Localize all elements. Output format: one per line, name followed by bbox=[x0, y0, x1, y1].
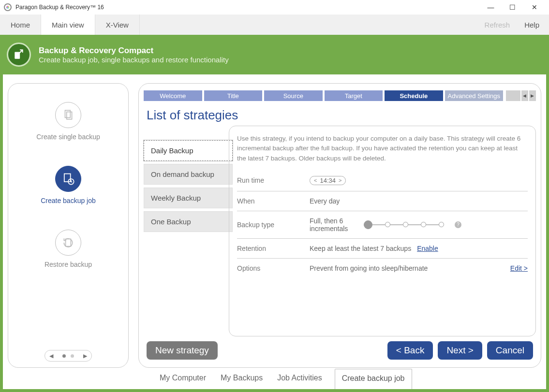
wizard-steps: Welcome Title Source Target Schedule Adv… bbox=[144, 90, 536, 101]
back-button[interactable]: < Back bbox=[387, 341, 433, 360]
main-panel: Welcome Title Source Target Schedule Adv… bbox=[138, 83, 541, 368]
banner-title: Backup & Recovery Compact bbox=[39, 46, 229, 56]
options-label: Options bbox=[237, 264, 310, 272]
retention-enable-link[interactable]: Enable bbox=[417, 245, 438, 252]
cancel-button[interactable]: Cancel bbox=[487, 341, 533, 360]
pager-next-button[interactable]: ▶ bbox=[79, 353, 91, 359]
bottom-tab-job-activities[interactable]: Job Activities bbox=[275, 369, 324, 389]
options-value: Prevent from going into sleep/hibernate bbox=[310, 264, 428, 272]
strategy-detail: Use this strategy, if you intend to back… bbox=[229, 126, 536, 336]
bottom-tabs: My Computer My Backups Job Activities Cr… bbox=[8, 368, 541, 389]
sidebar-item-label: Restore backup bbox=[45, 261, 92, 268]
time-increase-icon[interactable]: > bbox=[339, 177, 341, 183]
restore-icon bbox=[55, 230, 81, 256]
backup-recovery-icon bbox=[7, 43, 31, 67]
new-strategy-button[interactable]: New strategy bbox=[147, 341, 218, 360]
strategy-one-backup[interactable]: One Backup bbox=[144, 211, 233, 232]
retention-label: Retention bbox=[237, 245, 310, 252]
svg-rect-0 bbox=[15, 52, 20, 59]
row-retention: Retention Keep at least the latest 7 bac… bbox=[237, 239, 528, 259]
run-time-label: Run time bbox=[237, 176, 310, 184]
options-edit-link[interactable]: Edit > bbox=[510, 264, 528, 272]
when-value: Every day bbox=[310, 197, 340, 205]
sidebar-item-label: Create single backup bbox=[36, 133, 100, 141]
svg-rect-5 bbox=[66, 239, 71, 246]
document-icon bbox=[55, 102, 81, 128]
svg-rect-2 bbox=[67, 112, 72, 119]
strategy-weekly-backup[interactable]: Weekly Backup bbox=[144, 188, 233, 208]
window-title: Paragon Backup & Recovery™ 16 bbox=[15, 4, 104, 11]
maximize-button[interactable]: ☐ bbox=[502, 0, 523, 15]
banner: Backup & Recovery Compact Create backup … bbox=[0, 35, 549, 74]
document-clock-icon bbox=[55, 166, 81, 192]
step-welcome[interactable]: Welcome bbox=[144, 90, 202, 101]
pager-dot[interactable] bbox=[62, 354, 66, 358]
help-icon[interactable]: ? bbox=[455, 221, 461, 228]
close-button[interactable]: ✕ bbox=[523, 0, 545, 15]
strategy-daily-backup[interactable]: Daily Backup bbox=[144, 140, 233, 161]
step-scroll-left-button[interactable]: ◀ bbox=[521, 90, 528, 101]
row-when: When Every day bbox=[237, 191, 528, 211]
step-title[interactable]: Title bbox=[204, 90, 263, 101]
help-button[interactable]: Help bbox=[524, 21, 539, 29]
row-backup-type: Backup type Full, then 6 incrementals bbox=[237, 211, 528, 239]
top-tabs: Home Main view X-View Refresh Help bbox=[0, 15, 549, 35]
app-icon bbox=[4, 3, 12, 11]
backup-type-value: Full, then 6 incrementals bbox=[310, 217, 358, 232]
row-options: Options Prevent from going into sleep/hi… bbox=[237, 259, 528, 278]
page-heading: List of strategies bbox=[147, 108, 536, 123]
refresh-button[interactable]: Refresh bbox=[485, 21, 510, 29]
when-label: When bbox=[237, 197, 310, 205]
sidebar-pager: ◀ ▶ bbox=[45, 350, 92, 362]
titlebar: Paragon Backup & Recovery™ 16 — ☐ ✕ bbox=[0, 0, 549, 15]
backup-type-slider[interactable] bbox=[364, 220, 444, 229]
sidebar-item-restore-backup[interactable]: Restore backup bbox=[45, 230, 92, 268]
bottom-tab-create-backup-job[interactable]: Create backup job bbox=[335, 369, 412, 389]
tab-home[interactable]: Home bbox=[0, 15, 41, 35]
step-schedule[interactable]: Schedule bbox=[385, 90, 443, 101]
wizard-footer: New strategy < Back Next > Cancel bbox=[144, 336, 536, 361]
step-scroll-right-button[interactable]: ▶ bbox=[529, 90, 536, 101]
pager-dot[interactable] bbox=[71, 354, 74, 358]
bottom-tab-my-backups[interactable]: My Backups bbox=[219, 369, 265, 389]
strategy-on-demand-backup[interactable]: On demand backup bbox=[144, 164, 233, 185]
banner-subtitle: Create backup job, single backups and re… bbox=[39, 56, 229, 64]
backup-type-label: Backup type bbox=[237, 221, 310, 229]
next-button[interactable]: Next > bbox=[438, 341, 482, 360]
svg-rect-3 bbox=[64, 174, 71, 182]
run-time-value: 14:34 bbox=[320, 177, 336, 184]
step-scroll-track[interactable] bbox=[506, 90, 520, 101]
pager-prev-button[interactable]: ◀ bbox=[45, 353, 58, 359]
minimize-button[interactable]: — bbox=[480, 0, 502, 15]
sidebar: Create single backup Create backup job R… bbox=[8, 83, 129, 368]
tab-main-view[interactable]: Main view bbox=[41, 15, 95, 35]
sidebar-item-create-backup-job[interactable]: Create backup job bbox=[41, 166, 96, 204]
sidebar-item-label: Create backup job bbox=[41, 197, 96, 204]
time-decrease-icon[interactable]: < bbox=[314, 177, 317, 183]
bottom-tab-my-computer[interactable]: My Computer bbox=[158, 369, 208, 389]
strategy-description: Use this strategy, if you intend to back… bbox=[237, 134, 528, 163]
retention-value: Keep at least the latest 7 backups bbox=[310, 245, 411, 252]
step-target[interactable]: Target bbox=[325, 90, 383, 101]
step-source[interactable]: Source bbox=[264, 90, 323, 101]
step-advanced-settings[interactable]: Advanced Settings bbox=[445, 90, 503, 101]
row-run-time: Run time < 14:34 > bbox=[237, 170, 528, 191]
svg-rect-1 bbox=[65, 110, 71, 117]
run-time-input[interactable]: < 14:34 > bbox=[310, 176, 346, 185]
tab-x-view[interactable]: X-View bbox=[95, 15, 140, 35]
sidebar-item-create-single-backup[interactable]: Create single backup bbox=[36, 102, 100, 141]
strategy-list: Daily Backup On demand backup Weekly Bac… bbox=[144, 126, 233, 336]
